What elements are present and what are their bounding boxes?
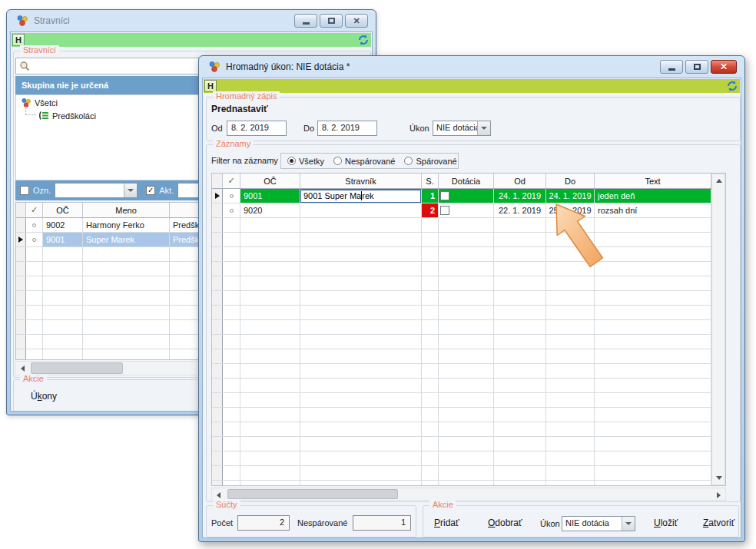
s-column-header[interactable]: S. xyxy=(422,174,439,188)
empty-table-row xyxy=(212,276,711,291)
app-icon xyxy=(208,61,220,73)
check-column-header[interactable]: ✓ xyxy=(223,174,240,188)
table-row[interactable]: 9020 2 22. 1. 2019 25. 1. 2019 rozsah dn… xyxy=(212,203,711,218)
radio-nesparovane[interactable]: Nespárované xyxy=(333,157,395,166)
scrollbar-thumb[interactable] xyxy=(227,489,398,499)
oc-cell: 9001 xyxy=(240,189,300,203)
nesparovane-label: Nespárované xyxy=(297,518,347,528)
ukon-dropdown-value: NIE dotácia xyxy=(562,517,622,531)
close-button[interactable]: ✕ xyxy=(345,14,368,28)
group-selection-label: Skupina nie je určená xyxy=(22,81,108,90)
minimize-button[interactable] xyxy=(294,14,317,28)
record-dot-icon xyxy=(32,223,36,227)
radio-sparovane[interactable]: Spárované xyxy=(404,157,456,166)
oc-cell: 9002 xyxy=(43,218,83,232)
akt-label: Akt. xyxy=(159,186,174,195)
tree-item-predskolaci[interactable]: Predškoláci xyxy=(38,111,96,121)
od-column-header[interactable]: Od xyxy=(494,174,546,188)
chevron-down-icon xyxy=(622,517,635,531)
app-icon xyxy=(16,15,28,27)
empty-table-row xyxy=(212,247,711,262)
oc-cell: 9001 xyxy=(43,233,83,246)
ukon-dropdown[interactable]: NIE dotácia xyxy=(562,516,635,531)
dotacia-column-header[interactable]: Dotácia xyxy=(439,174,494,188)
scroll-down-button[interactable] xyxy=(712,471,725,485)
stravnik-column-header[interactable]: Stravník xyxy=(300,174,422,188)
group-sucty: Súčty Počet 2 Nespárované 1 xyxy=(206,505,416,537)
empty-table-row xyxy=(212,349,711,364)
ulozit-button[interactable]: Uložiť xyxy=(654,518,678,528)
check-column-header[interactable]: ✓ xyxy=(26,203,43,217)
vertical-scrollbar[interactable] xyxy=(711,174,725,485)
od-cell: 22. 1. 2019 xyxy=(494,203,546,217)
chevron-down-icon xyxy=(477,121,490,135)
chevron-down-icon xyxy=(124,184,137,197)
scroll-right-button[interactable] xyxy=(712,488,725,501)
odobrat-button[interactable]: Odobrať xyxy=(488,518,522,528)
od-date-field[interactable]: 8. 2. 2019 xyxy=(227,121,287,136)
group-list-icon xyxy=(38,111,49,121)
ukon-dropdown[interactable]: NIE dotácia xyxy=(433,121,491,136)
oc-column-header[interactable]: OČ xyxy=(43,203,83,217)
filter-label: Filter na záznamy xyxy=(211,156,278,165)
empty-table-row xyxy=(212,408,711,422)
maximize-button[interactable] xyxy=(685,60,708,74)
meno-cell: Super Marek xyxy=(83,233,170,246)
horizontal-scrollbar[interactable] xyxy=(211,488,726,501)
pocet-field: 2 xyxy=(237,515,290,531)
text-column-header[interactable]: Text xyxy=(595,174,711,188)
desktop: Stravníci ✕ H Stravníci xyxy=(0,0,756,549)
tree-connector xyxy=(25,106,36,115)
h-button[interactable]: H xyxy=(12,34,25,46)
tree-item-label: Predškoláci xyxy=(52,111,96,121)
dotacia-checkbox[interactable] xyxy=(440,191,449,200)
empty-table-row xyxy=(212,233,711,247)
ukon-dropdown-value: NIE dotácia xyxy=(433,121,477,135)
ozn-checkbox[interactable] xyxy=(20,186,29,195)
window-title: Stravníci xyxy=(34,15,70,26)
minimize-button[interactable] xyxy=(660,60,683,74)
window-hromadny-ukon: Hromadný úkon: NIE dotácia * ✕ H Hromadn… xyxy=(198,55,745,542)
empty-table-row xyxy=(212,320,711,335)
do-column-header[interactable]: Do xyxy=(546,174,595,188)
oc-cell: 9020 xyxy=(240,203,300,217)
scrollbar-thumb[interactable] xyxy=(31,362,123,374)
zatvorit-button[interactable]: Zatvoriť xyxy=(703,518,734,528)
highlight-bar: H xyxy=(12,33,371,47)
ukon-label: Úkon xyxy=(410,124,429,133)
annotation-arrow xyxy=(544,200,621,279)
radio-vsetky[interactable]: Všetky xyxy=(287,157,324,166)
empty-table-row xyxy=(212,364,711,379)
stravnik-edit-field[interactable]: 9001 Super Marek xyxy=(300,190,421,203)
empty-table-row xyxy=(212,218,711,233)
scroll-left-button[interactable] xyxy=(16,362,29,375)
od-cell: 24. 1. 2019 xyxy=(494,189,546,203)
prednastavit-heading: Prednastaviť xyxy=(211,104,268,114)
refresh-icon[interactable] xyxy=(726,80,738,92)
h-button[interactable]: H xyxy=(204,80,217,92)
empty-table-row xyxy=(212,262,711,276)
maximize-button[interactable] xyxy=(320,14,343,28)
table-row-selected[interactable]: 9001 9001 Super Marek 1 24. 1. 2019 24. … xyxy=(212,189,711,203)
group-label: Stravníci xyxy=(20,45,59,55)
row-pointer-icon xyxy=(18,236,23,243)
client-area: H Hromadný zápis Prednastaviť Od 8. 2. 2… xyxy=(202,78,741,538)
do-label: Do xyxy=(303,124,314,133)
ozn-dropdown-value: -- Všetkých -- xyxy=(55,184,124,197)
meno-column-header[interactable]: Meno xyxy=(83,203,170,217)
record-dot-icon xyxy=(32,238,36,242)
titlebar[interactable]: Stravníci ✕ xyxy=(7,10,376,31)
oc-column-header[interactable]: OČ xyxy=(240,174,300,188)
refresh-icon[interactable] xyxy=(357,34,370,46)
scroll-up-button[interactable] xyxy=(712,174,725,187)
pridat-button[interactable]: Pridať xyxy=(434,518,459,528)
akt-checkbox[interactable] xyxy=(146,186,155,195)
records-table: ✓ OČ Stravník S. Dotácia Od Do Text xyxy=(211,173,726,486)
do-date-field[interactable]: 8. 2. 2019 xyxy=(317,121,377,136)
ozn-dropdown[interactable]: -- Všetkých -- xyxy=(55,183,138,198)
ukony-button[interactable]: Úkony xyxy=(31,391,57,402)
dotacia-checkbox[interactable] xyxy=(440,206,449,215)
empty-table-row xyxy=(212,335,711,349)
titlebar[interactable]: Hromadný úkon: NIE dotácia * ✕ xyxy=(199,56,744,78)
close-button[interactable]: ✕ xyxy=(711,60,737,74)
